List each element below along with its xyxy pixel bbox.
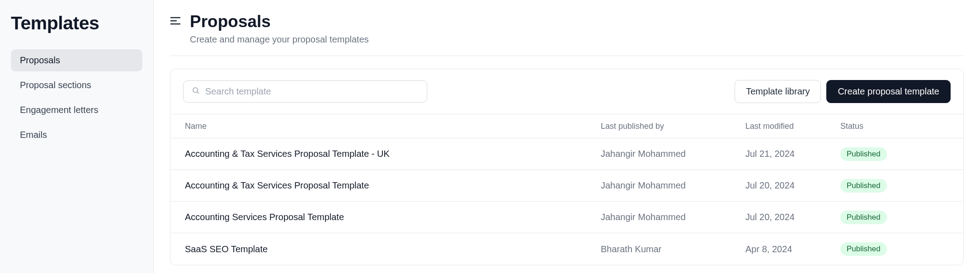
search-icon — [192, 86, 200, 97]
col-header-name: Name — [185, 122, 601, 131]
sidebar-item-label: Emails — [20, 130, 47, 140]
toolbar: Template library Create proposal templat… — [170, 69, 963, 114]
cell-published-by: Bharath Kumar — [601, 244, 745, 254]
table-row[interactable]: Accounting & Tax Services Proposal Templ… — [170, 138, 963, 170]
cell-modified: Apr 8, 2024 — [745, 244, 840, 254]
status-badge: Published — [840, 147, 887, 161]
cell-status: Published — [840, 211, 949, 224]
cell-name: Accounting & Tax Services Proposal Templ… — [185, 149, 601, 159]
col-header-status: Status — [840, 122, 949, 131]
sidebar-item-proposals[interactable]: Proposals — [11, 49, 142, 71]
cell-modified: Jul 20, 2024 — [745, 212, 840, 222]
status-badge: Published — [840, 179, 887, 193]
search-field-wrap[interactable] — [183, 80, 427, 103]
cell-name: Accounting & Tax Services Proposal Templ… — [185, 180, 601, 191]
template-library-button[interactable]: Template library — [735, 80, 821, 103]
cell-status: Published — [840, 242, 949, 256]
col-header-modified: Last modified — [745, 122, 840, 131]
main-content: Proposals Create and manage your proposa… — [154, 0, 980, 273]
sidebar-item-label: Proposals — [20, 55, 60, 65]
cell-status: Published — [840, 179, 949, 193]
cell-published-by: Jahangir Mohammed — [601, 212, 745, 222]
sidebar-item-proposal-sections[interactable]: Proposal sections — [11, 74, 142, 96]
cell-status: Published — [840, 147, 949, 161]
status-badge: Published — [840, 242, 887, 256]
status-badge: Published — [840, 211, 887, 224]
app-section-title: Templates — [11, 13, 142, 34]
create-proposal-template-button[interactable]: Create proposal template — [826, 80, 951, 103]
cell-modified: Jul 21, 2024 — [745, 149, 840, 159]
sidebar: Templates Proposals Proposal sections En… — [0, 0, 154, 273]
templates-card: Template library Create proposal templat… — [170, 69, 964, 265]
sidebar-item-label: Engagement letters — [20, 105, 98, 115]
table-header-row: Name Last published by Last modified Sta… — [170, 114, 963, 138]
menu-toggle-icon[interactable] — [170, 16, 181, 28]
table-row[interactable]: Accounting Services Proposal Template Ja… — [170, 202, 963, 233]
table-row[interactable]: SaaS SEO Template Bharath Kumar Apr 8, 2… — [170, 233, 963, 265]
page-subtitle: Create and manage your proposal template… — [190, 34, 369, 45]
sidebar-item-emails[interactable]: Emails — [11, 124, 142, 146]
page-header: Proposals Create and manage your proposa… — [170, 12, 964, 56]
sidebar-item-engagement-letters[interactable]: Engagement letters — [11, 99, 142, 121]
cell-published-by: Jahangir Mohammed — [601, 180, 745, 191]
cell-name: Accounting Services Proposal Template — [185, 212, 601, 222]
sidebar-item-label: Proposal sections — [20, 80, 91, 90]
cell-modified: Jul 20, 2024 — [745, 180, 840, 191]
sidebar-nav: Proposals Proposal sections Engagement l… — [11, 49, 142, 146]
page-title: Proposals — [190, 12, 369, 32]
cell-published-by: Jahangir Mohammed — [601, 149, 745, 159]
search-input[interactable] — [205, 86, 419, 97]
col-header-published-by: Last published by — [601, 122, 745, 131]
table-row[interactable]: Accounting & Tax Services Proposal Templ… — [170, 170, 963, 202]
svg-line-4 — [197, 92, 199, 94]
cell-name: SaaS SEO Template — [185, 244, 601, 254]
